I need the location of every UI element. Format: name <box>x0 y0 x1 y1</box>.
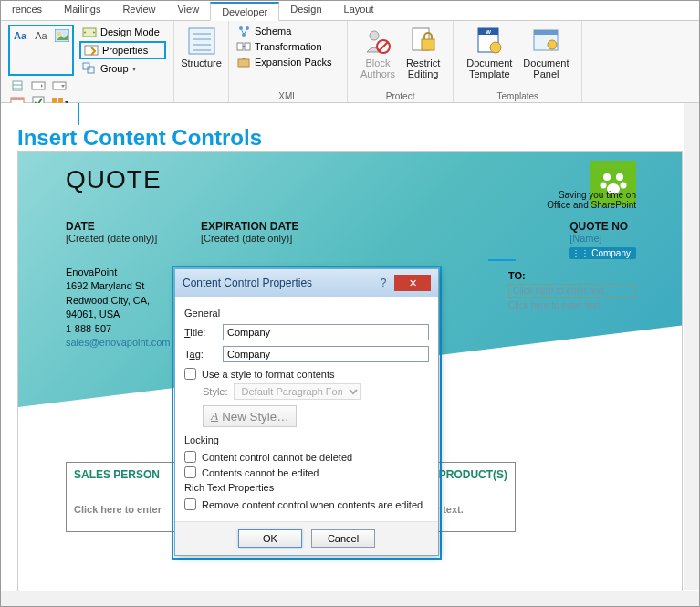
remove-cc-label: Remove content control when contents are… <box>202 499 423 510</box>
schema-button[interactable]: Schema <box>236 25 340 37</box>
svg-text:W: W <box>486 29 491 35</box>
design-mode-icon <box>82 26 97 38</box>
document-panel-button[interactable]: Document Panel <box>517 25 574 81</box>
vertical-scrollbar[interactable] <box>684 103 699 590</box>
highlight-content-controls: Aa Aa <box>8 25 74 76</box>
lock-delete-checkbox[interactable] <box>184 451 196 463</box>
to-placeholder-1[interactable]: Click here to enter text. <box>508 284 636 298</box>
svg-rect-10 <box>11 98 24 100</box>
quote-no-value[interactable]: [Name] <box>569 233 636 244</box>
svg-rect-30 <box>534 30 558 35</box>
cell-salesperson[interactable]: Click here to enter <box>67 487 193 532</box>
title-input[interactable] <box>223 324 429 340</box>
svg-rect-20 <box>238 59 249 67</box>
expiration-value[interactable]: [Created (date only)] <box>201 233 299 244</box>
combo-box-cc-icon[interactable] <box>29 78 47 94</box>
ribbon: Aa Aa Design Mode Properties Group <box>1 21 699 103</box>
group-label: Group <box>100 63 129 74</box>
transformation-button[interactable]: Transformation <box>236 40 340 53</box>
building-block-cc-icon[interactable] <box>8 78 26 94</box>
date-value[interactable]: [Created (date only)] <box>66 233 157 244</box>
document-template-label: Document Template <box>466 58 512 79</box>
schema-icon <box>236 25 251 37</box>
logo-tagline: Saving you time on Office and SharePoint <box>536 190 636 210</box>
tab-view[interactable]: View <box>166 1 210 20</box>
restrict-editing-button[interactable]: Restrict Editing <box>401 25 445 81</box>
group-templates: W Document Template Document Panel Templ… <box>454 21 582 102</box>
section-rich-text: Rich Text Properties <box>184 482 429 493</box>
lock-edit-checkbox[interactable] <box>184 466 196 478</box>
horizontal-scrollbar[interactable] <box>1 591 699 606</box>
use-style-label: Use a style to format contents <box>202 369 335 380</box>
group-protect-label: Protect <box>355 89 445 101</box>
tab-design[interactable]: Design <box>279 1 332 20</box>
block-authors-icon <box>363 26 392 56</box>
transformation-label: Transformation <box>255 41 322 52</box>
use-style-checkbox[interactable] <box>184 368 196 380</box>
properties-button[interactable]: Properties <box>79 41 166 59</box>
cancel-button[interactable]: Cancel <box>311 529 375 548</box>
svg-point-35 <box>621 183 627 189</box>
tag-input[interactable] <box>223 346 429 362</box>
schema-label: Schema <box>255 26 291 37</box>
document-panel-label: Document Panel <box>523 58 569 79</box>
group-icon <box>82 62 97 75</box>
svg-point-31 <box>548 40 557 49</box>
tab-references[interactable]: rences <box>1 1 53 20</box>
tab-mailings[interactable]: Mailings <box>53 1 111 20</box>
expansion-packs-button[interactable]: Expansion Packs <box>236 56 340 68</box>
group-structure-wrap: Structure <box>174 21 229 102</box>
plain-text-cc-icon[interactable]: Aa <box>32 27 50 44</box>
from-addr1: 1692 Maryland St <box>66 279 171 293</box>
chevron-down-icon: ▾ <box>132 65 136 73</box>
from-addr2: Redwood City, CA, <box>66 294 171 308</box>
transformation-icon <box>236 40 251 53</box>
structure-label: Structure <box>181 58 222 68</box>
rich-text-cc-icon[interactable]: Aa <box>11 27 29 44</box>
dropdown-cc-icon[interactable] <box>50 78 68 94</box>
from-block: EnovaPoint 1692 Maryland St Redwood City… <box>66 266 171 350</box>
tab-developer[interactable]: Developer <box>210 2 279 21</box>
svg-point-21 <box>370 31 379 40</box>
design-mode-button[interactable]: Design Mode <box>79 25 166 39</box>
style-label: Style: <box>203 386 228 397</box>
new-style-button: A New Style… <box>203 405 297 427</box>
callout-connector <box>78 103 79 125</box>
dialog-close-button[interactable]: ✕ <box>394 275 431 291</box>
group-xml: Schema Transformation Expansion Packs XM… <box>229 21 348 102</box>
dialog-titlebar[interactable]: Content Control Properties ? ✕ <box>175 269 438 297</box>
new-style-icon: A <box>211 409 218 424</box>
picture-cc-icon[interactable] <box>53 27 71 44</box>
group-button[interactable]: Group ▾ <box>79 61 166 76</box>
tab-layout[interactable]: Layout <box>333 1 385 20</box>
svg-point-34 <box>601 183 607 189</box>
block-authors-label: Block Authors <box>360 58 395 79</box>
to-placeholder-2[interactable]: Click here to enter text. <box>508 300 636 310</box>
properties-icon <box>84 44 99 57</box>
dialog-connector <box>488 259 516 261</box>
document-panel-icon <box>531 26 560 56</box>
svg-rect-19 <box>245 43 250 50</box>
lock-edit-label: Contents cannot be edited <box>202 467 319 478</box>
group-controls: Aa Aa Design Mode Properties Group <box>1 21 174 102</box>
svg-point-32 <box>603 173 611 181</box>
group-protect: Block Authors Restrict Editing Protect <box>348 21 454 102</box>
from-email[interactable]: sales@enovapoint.com <box>66 336 171 350</box>
style-select: Default Paragraph Font <box>234 383 361 400</box>
from-addr3: 94061, USA <box>66 308 171 321</box>
ok-button[interactable]: OK <box>238 529 302 548</box>
to-label: TO: <box>508 270 636 281</box>
tab-review[interactable]: Review <box>111 1 166 20</box>
remove-cc-checkbox[interactable] <box>184 498 196 510</box>
restrict-editing-label: Restrict Editing <box>406 58 440 79</box>
document-template-button[interactable]: W Document Template <box>461 25 517 81</box>
structure-button[interactable]: Structure <box>182 25 221 70</box>
title-field-label: Title: <box>184 327 215 338</box>
content-control-tag[interactable]: ⋮⋮Company <box>569 247 636 259</box>
block-authors-button[interactable]: Block Authors <box>355 25 401 81</box>
svg-point-28 <box>490 42 501 53</box>
dialog-help-button[interactable]: ? <box>372 275 394 291</box>
date-label: DATE <box>66 220 157 233</box>
cc-tag-label: Company <box>591 248 631 258</box>
design-mode-label: Design Mode <box>100 26 160 37</box>
